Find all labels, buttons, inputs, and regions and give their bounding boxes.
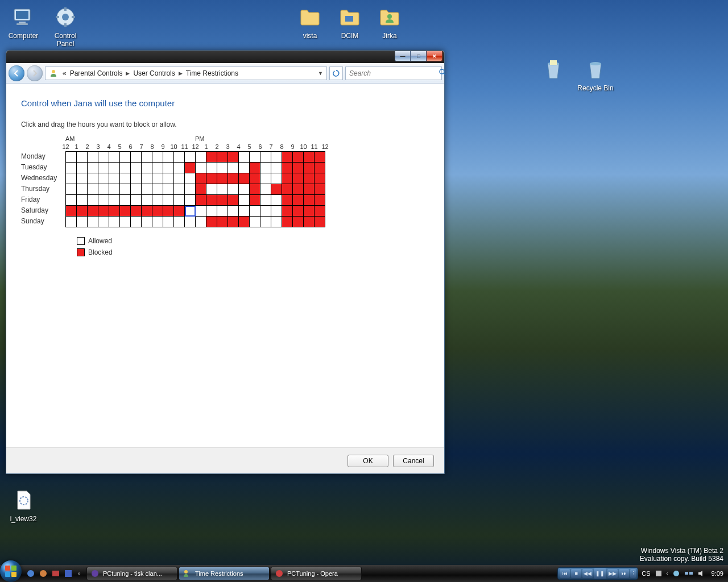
schedule-cell[interactable] — [304, 163, 315, 173]
schedule-cell[interactable] — [239, 152, 250, 163]
back-button[interactable] — [9, 65, 24, 81]
schedule-cell[interactable] — [131, 163, 142, 173]
schedule-cell[interactable] — [293, 206, 304, 217]
quick-launch-item[interactable] — [63, 568, 74, 579]
schedule-cell[interactable] — [120, 163, 131, 173]
schedule-cell[interactable] — [315, 184, 325, 195]
schedule-cell[interactable] — [271, 195, 282, 206]
schedule-cell[interactable] — [109, 206, 120, 217]
schedule-cell[interactable] — [260, 173, 271, 184]
schedule-cell[interactable] — [217, 152, 228, 163]
schedule-cell[interactable] — [304, 195, 315, 206]
schedule-cell[interactable] — [142, 217, 152, 227]
breadcrumb[interactable]: « Parental Controls ▶ User Controls ▶ Ti… — [45, 66, 327, 80]
schedule-cell[interactable] — [239, 163, 250, 173]
schedule-cell[interactable] — [260, 217, 271, 227]
media-next-chapter-button[interactable]: ⏭ — [619, 569, 629, 578]
desktop-icon-dcim[interactable]: DCIM — [330, 3, 370, 40]
schedule-cell[interactable] — [66, 217, 77, 227]
schedule-cell[interactable] — [250, 173, 260, 184]
schedule-cell[interactable] — [239, 217, 250, 227]
minimize-button[interactable]: — — [395, 51, 411, 61]
schedule-cell[interactable] — [304, 206, 315, 217]
schedule-cell[interactable] — [163, 184, 174, 195]
schedule-cell[interactable] — [163, 163, 174, 173]
schedule-cell[interactable] — [293, 217, 304, 227]
schedule-cell[interactable] — [293, 184, 304, 195]
search-input[interactable] — [346, 69, 439, 77]
desktop-icon-recycle-full[interactable] — [533, 56, 573, 84]
schedule-cell[interactable] — [293, 195, 304, 206]
refresh-button[interactable] — [329, 66, 343, 80]
schedule-cell[interactable] — [315, 173, 325, 184]
schedule-cell[interactable] — [282, 217, 293, 227]
schedule-cell[interactable] — [271, 217, 282, 227]
schedule-cell[interactable] — [282, 173, 293, 184]
schedule-cell[interactable] — [109, 163, 120, 173]
schedule-cell[interactable] — [120, 195, 131, 206]
task-button[interactable]: PCtuning - tisk clan... — [86, 567, 177, 580]
schedule-cell[interactable] — [271, 206, 282, 217]
schedule-cell[interactable] — [315, 195, 325, 206]
schedule-cell[interactable] — [228, 184, 239, 195]
volume-icon[interactable] — [697, 569, 706, 578]
schedule-cell[interactable] — [282, 184, 293, 195]
schedule-cell[interactable] — [217, 217, 228, 227]
breadcrumb-item[interactable]: Time Restrictions — [185, 69, 239, 77]
schedule-cell[interactable] — [98, 217, 109, 227]
schedule-cell[interactable] — [66, 195, 77, 206]
schedule-cell[interactable] — [152, 152, 163, 163]
schedule-cell[interactable] — [206, 206, 217, 217]
schedule-cell[interactable] — [315, 206, 325, 217]
schedule-cell[interactable] — [131, 217, 142, 227]
schedule-cell[interactable] — [142, 184, 152, 195]
desktop-icon-vista[interactable]: vista — [290, 3, 330, 40]
forward-button[interactable] — [27, 65, 43, 81]
schedule-cell[interactable] — [174, 217, 185, 227]
close-button[interactable]: ✕ — [427, 51, 442, 61]
task-button[interactable]: Time Restrictions — [179, 567, 270, 580]
schedule-cell[interactable] — [77, 206, 88, 217]
schedule-cell[interactable] — [98, 184, 109, 195]
schedule-cell[interactable] — [152, 195, 163, 206]
schedule-cell[interactable] — [206, 173, 217, 184]
schedule-cell[interactable] — [315, 152, 325, 163]
schedule-cell[interactable] — [142, 152, 152, 163]
schedule-cell[interactable] — [185, 206, 196, 217]
schedule-cell[interactable] — [217, 184, 228, 195]
schedule-cell[interactable] — [88, 195, 98, 206]
schedule-cell[interactable] — [185, 195, 196, 206]
schedule-cell[interactable] — [77, 184, 88, 195]
schedule-cell[interactable] — [271, 163, 282, 173]
schedule-cell[interactable] — [120, 184, 131, 195]
media-play-pause-button[interactable]: ❚❚ — [594, 568, 606, 579]
schedule-cell[interactable] — [293, 152, 304, 163]
schedule-cell[interactable] — [152, 206, 163, 217]
desktop-icon-jirka[interactable]: Jirka — [370, 3, 410, 40]
quick-launch-overflow[interactable]: » — [75, 568, 83, 579]
schedule-cell[interactable] — [250, 195, 260, 206]
schedule-cell[interactable] — [239, 173, 250, 184]
schedule-cell[interactable] — [77, 195, 88, 206]
schedule-cell[interactable] — [260, 184, 271, 195]
quick-launch-item[interactable] — [38, 568, 49, 579]
schedule-cell[interactable] — [293, 163, 304, 173]
schedule-cell[interactable] — [260, 152, 271, 163]
schedule-cell[interactable] — [315, 217, 325, 227]
schedule-cell[interactable] — [293, 173, 304, 184]
schedule-cell[interactable] — [142, 173, 152, 184]
schedule-cell[interactable] — [250, 152, 260, 163]
schedule-cell[interactable] — [185, 217, 196, 227]
breadcrumb-item[interactable]: Parental Controls — [69, 69, 124, 77]
schedule-cell[interactable] — [239, 206, 250, 217]
schedule-cell[interactable] — [98, 163, 109, 173]
schedule-cell[interactable] — [131, 206, 142, 217]
schedule-cell[interactable] — [196, 195, 206, 206]
schedule-cell[interactable] — [185, 163, 196, 173]
schedule-cell[interactable] — [66, 206, 77, 217]
schedule-cell[interactable] — [77, 163, 88, 173]
schedule-cell[interactable] — [304, 184, 315, 195]
quick-launch-item[interactable] — [50, 568, 61, 579]
schedule-cell[interactable] — [228, 152, 239, 163]
breadcrumb-dropdown-icon[interactable]: ▼ — [316, 70, 325, 76]
